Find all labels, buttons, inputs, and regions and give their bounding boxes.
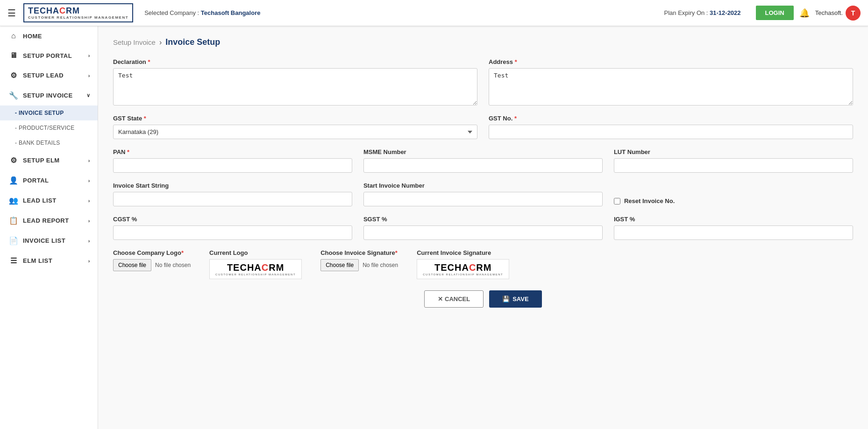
gst-no-label: GST No. * <box>489 115 853 122</box>
sidebar-item-label: SETUP ELM <box>23 157 60 164</box>
sidebar-item-label: PORTAL <box>23 177 49 184</box>
logo-text: TECHACRM <box>227 262 284 273</box>
form-row-declaration-address: Declaration * Test Address * Test <box>113 58 853 105</box>
gear-icon: ⚙ <box>9 156 18 165</box>
sidebar-item-label: SETUP LEAD <box>23 72 64 79</box>
breadcrumb-parent[interactable]: Setup Invoice <box>113 38 156 46</box>
user-info: Techasoft. T <box>815 6 861 21</box>
sidebar-item-home[interactable]: ⌂ HOME <box>0 26 98 46</box>
login-button[interactable]: LOGIN <box>756 6 794 20</box>
person-icon: 👤 <box>9 176 18 185</box>
app-logo: TECHACRM CUSTOMER RELATIONSHIP MANAGEMEN… <box>23 3 133 22</box>
layout: ⌂ HOME 🖥 SETUP PORTAL › ⚙ SETUP LEAD › 🔧… <box>0 26 868 429</box>
report-icon: 📋 <box>9 216 18 225</box>
sidebar-item-setup-invoice[interactable]: 🔧 SETUP INVOICE ∨ <box>0 85 98 105</box>
sidebar-item-label: ELM LIST <box>23 257 52 264</box>
chevron-right-icon: › <box>88 198 90 204</box>
avatar: T <box>846 6 861 21</box>
signature-logo-text: TECHACRM <box>434 262 491 273</box>
sidebar-item-label: INVOICE LIST <box>23 237 65 244</box>
sgst-input[interactable]: 5.00 <box>363 225 603 240</box>
topbar-right: LOGIN 🔔 Techasoft. T <box>756 6 861 21</box>
msme-group: MSME Number 43344 <box>363 148 603 173</box>
declaration-label: Declaration * <box>113 58 477 65</box>
gst-no-input[interactable]: 12345 <box>489 125 853 139</box>
breadcrumb-separator: › <box>159 38 162 47</box>
address-input[interactable]: Test <box>489 68 853 105</box>
invoice-start-string-group: Invoice Start String 1 <box>113 182 352 206</box>
chevron-right-icon: › <box>88 73 90 78</box>
sidebar-item-lead-list[interactable]: 👥 LEAD LIST › <box>0 190 98 211</box>
signature-block: Choose Invoice Signature* Choose file No… <box>320 249 398 271</box>
form-row-taxes: CGST % 5.00 SGST % 5.00 IGST % 18.00 <box>113 216 853 240</box>
bell-icon[interactable]: 🔔 <box>799 8 810 18</box>
breadcrumb-current: Invoice Setup <box>165 37 220 47</box>
declaration-input[interactable]: Test <box>113 68 477 105</box>
igst-input[interactable]: 18.00 <box>614 225 853 240</box>
reset-invoice-checkbox-row: Reset Invoice No. <box>614 197 853 204</box>
sidebar-item-label: LEAD LIST <box>23 197 57 204</box>
logo-file-input-wrapper: Choose file No file chosen <box>113 259 191 271</box>
sidebar-item-elm-list[interactable]: ☰ ELM LIST › <box>0 251 98 271</box>
choose-logo-button[interactable]: Choose file <box>113 259 151 271</box>
wrench-icon: 🔧 <box>9 91 18 100</box>
signature-logo-subtext: CUSTOMER RELATIONSHIP MANAGEMENT <box>423 273 503 276</box>
people-icon: 👥 <box>9 196 18 205</box>
list-icon: ☰ <box>9 256 18 265</box>
pan-input[interactable]: 12345 <box>113 158 352 173</box>
logo-subtext: CUSTOMER RELATIONSHIP MANAGEMENT <box>215 273 296 276</box>
sidebar-item-setup-portal[interactable]: 🖥 SETUP PORTAL › <box>0 46 98 65</box>
hamburger-button[interactable]: ☰ <box>7 7 16 19</box>
lut-group: LUT Number 21323 <box>614 148 853 173</box>
gst-state-group: GST State * Karnataka (29) Maharashtra (… <box>113 115 477 139</box>
sidebar-item-lead-report[interactable]: 📋 LEAD REPORT › <box>0 211 98 231</box>
current-signature-image: TECHACRM CUSTOMER RELATIONSHIP MANAGEMEN… <box>417 259 509 279</box>
invoice-start-string-input[interactable]: 1 <box>113 192 352 206</box>
logo-no-file-text: No file chosen <box>155 262 191 268</box>
current-logo-image: TECHACRM CUSTOMER RELATIONSHIP MANAGEMEN… <box>209 259 302 279</box>
msme-input[interactable]: 43344 <box>363 158 603 173</box>
sidebar-item-setup-elm[interactable]: ⚙ SETUP ELM › <box>0 150 98 170</box>
form-row-pan-msme-lut: PAN * 12345 MSME Number 43344 LUT Number… <box>113 148 853 173</box>
sidebar-item-label: SETUP INVOICE <box>23 92 73 99</box>
lut-input[interactable]: 21323 <box>614 158 853 173</box>
sidebar-sub-invoice-setup[interactable]: - INVOICE SETUP <box>0 105 98 120</box>
sidebar-sub-product-service[interactable]: - PRODUCT/SERVICE <box>0 120 98 135</box>
igst-label: IGST % <box>614 216 853 223</box>
sidebar-item-invoice-list[interactable]: 📄 INVOICE LIST › <box>0 231 98 251</box>
gear-icon: ⚙ <box>9 71 18 80</box>
sidebar-item-label: HOME <box>23 33 42 40</box>
start-invoice-number-label: Start Invoice Number <box>363 182 603 189</box>
reset-invoice-label: Reset Invoice No. <box>624 197 675 204</box>
cgst-input[interactable]: 5.00 <box>113 225 352 240</box>
form-row-gst: GST State * Karnataka (29) Maharashtra (… <box>113 115 853 139</box>
sidebar-item-setup-lead[interactable]: ⚙ SETUP LEAD › <box>0 65 98 85</box>
current-logo-label: Current Logo <box>209 249 302 256</box>
logo-signature-section: Choose Company Logo* Choose file No file… <box>113 249 853 279</box>
reset-invoice-checkbox[interactable] <box>614 198 620 204</box>
choose-signature-button[interactable]: Choose file <box>320 259 359 271</box>
monitor-icon: 🖥 <box>9 51 18 60</box>
choose-signature-label: Choose Invoice Signature* <box>320 249 398 256</box>
topbar: ☰ TECHACRM CUSTOMER RELATIONSHIP MANAGEM… <box>0 0 868 26</box>
action-buttons: ✕ CANCEL 💾 SAVE <box>113 290 853 308</box>
save-button[interactable]: 💾 SAVE <box>489 290 541 308</box>
save-icon: 💾 <box>502 295 510 302</box>
cancel-label: CANCEL <box>445 295 470 302</box>
lut-label: LUT Number <box>614 148 853 155</box>
cgst-group: CGST % 5.00 <box>113 216 352 240</box>
start-invoice-number-input[interactable]: 1 <box>363 192 603 206</box>
declaration-group: Declaration * Test <box>113 58 477 105</box>
gst-state-select[interactable]: Karnataka (29) Maharashtra (27) Tamil Na… <box>113 125 477 139</box>
msme-label: MSME Number <box>363 148 603 155</box>
gst-state-label: GST State * <box>113 115 477 122</box>
breadcrumb: Setup Invoice › Invoice Setup <box>113 37 853 47</box>
form-row-invoice-start: Invoice Start String 1 Start Invoice Num… <box>113 182 853 206</box>
sidebar-sub-bank-details[interactable]: - BANK DETAILS <box>0 135 98 150</box>
cancel-button[interactable]: ✕ CANCEL <box>424 290 484 308</box>
sidebar-item-portal[interactable]: 👤 PORTAL › <box>0 170 98 190</box>
sgst-group: SGST % 5.00 <box>363 216 603 240</box>
choose-logo-label: Choose Company Logo* <box>113 249 191 256</box>
company-logo-block: Choose Company Logo* Choose file No file… <box>113 249 191 271</box>
current-logo-box: Current Logo TECHACRM CUSTOMER RELATIONS… <box>209 249 302 279</box>
